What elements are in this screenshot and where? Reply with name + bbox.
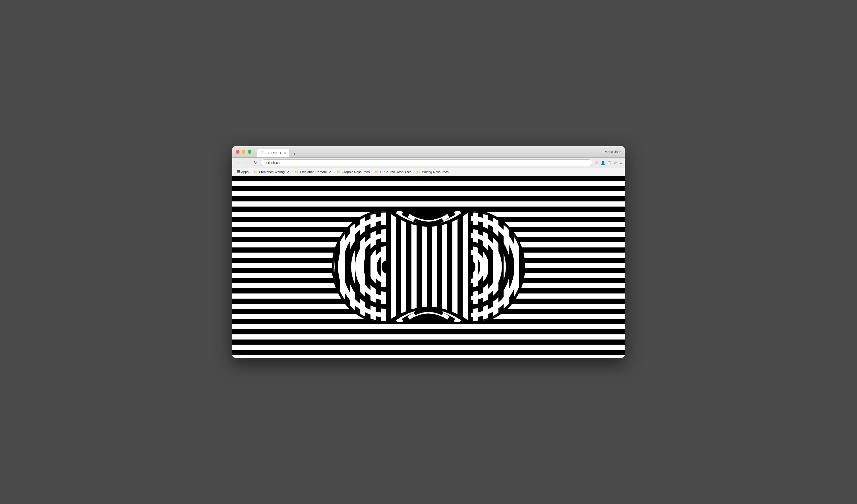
bookmark-label-4: UI Course Resources bbox=[380, 170, 411, 174]
folder-icon-1: 📁 bbox=[254, 170, 258, 174]
folder-icon-3: 📁 bbox=[336, 170, 341, 174]
bookmark-ui-course[interactable]: 📁 UI Course Resources bbox=[372, 169, 414, 175]
browser-window: 📄 BORHEH ✕ + Maria Jose ‹ › ↻ borheh.com… bbox=[232, 146, 625, 358]
reload-button[interactable]: ↻ bbox=[252, 160, 258, 166]
profile-label: Maria Jose bbox=[605, 150, 621, 154]
main-content bbox=[232, 176, 625, 358]
avatar-icon[interactable]: 👤 bbox=[601, 160, 605, 165]
back-button[interactable]: ‹ bbox=[235, 160, 241, 166]
new-tab-button[interactable]: + bbox=[291, 151, 298, 157]
title-bar: 📄 BORHEH ✕ + Maria Jose bbox=[232, 146, 625, 158]
bookmark-freelance-remote[interactable]: 📁 Freelance Remote Jo bbox=[292, 169, 334, 175]
apps-grid-icon bbox=[237, 170, 240, 173]
shield-icon[interactable]: 🛡 bbox=[608, 160, 611, 165]
url-text: borheh.com bbox=[265, 161, 282, 165]
folder-icon-5: 📁 bbox=[417, 170, 421, 174]
traffic-lights bbox=[236, 150, 251, 154]
apps-label: Apps bbox=[241, 170, 249, 174]
active-tab[interactable]: 📄 BORHEH ✕ bbox=[257, 149, 290, 157]
url-bar[interactable]: borheh.com bbox=[261, 159, 592, 166]
address-bar: ‹ › ↻ borheh.com ☆ 👤 🛡 ⟳ ≡ bbox=[232, 158, 625, 168]
bookmark-writing-resources[interactable]: 📁 Writing Resources bbox=[414, 169, 451, 175]
menu-icon[interactable]: ≡ bbox=[620, 160, 622, 165]
tab-close-icon[interactable]: ✕ bbox=[284, 152, 286, 155]
bookmark-label-3: Graphic Resources bbox=[342, 170, 370, 174]
tab-bar: 📄 BORHEH ✕ + bbox=[257, 146, 298, 157]
back-icon: ‹ bbox=[238, 160, 239, 165]
folder-icon-4: 📁 bbox=[375, 170, 379, 174]
reload-icon: ↻ bbox=[254, 160, 257, 165]
forward-icon: › bbox=[246, 160, 248, 165]
bookmark-label-5: Writing Resources bbox=[422, 170, 449, 174]
address-bar-icons: ☆ 👤 🛡 ⟳ ≡ bbox=[594, 160, 622, 165]
tab-label: BORHEH bbox=[266, 151, 281, 155]
bookmark-star-icon[interactable]: ☆ bbox=[594, 160, 598, 165]
folder-icon-2: 📁 bbox=[295, 170, 299, 174]
op-art-image bbox=[232, 176, 625, 358]
bookmark-freelance-writing[interactable]: 📁 Freelance Writing Sc bbox=[251, 169, 292, 175]
minimize-button[interactable] bbox=[242, 150, 246, 154]
tab-file-icon: 📄 bbox=[261, 152, 265, 155]
bookmark-label-2: Freelance Remote Jo bbox=[300, 170, 331, 174]
bookmark-label-1: Freelance Writing Sc bbox=[259, 170, 289, 174]
cast-icon[interactable]: ⟳ bbox=[614, 160, 617, 165]
close-button[interactable] bbox=[236, 150, 239, 154]
forward-button[interactable]: › bbox=[244, 160, 250, 166]
bookmarks-bar: Apps 📁 Freelance Writing Sc 📁 Freelance … bbox=[232, 168, 625, 176]
maximize-button[interactable] bbox=[248, 150, 251, 154]
apps-item[interactable]: Apps bbox=[235, 169, 251, 174]
bookmark-graphic-resources[interactable]: 📁 Graphic Resources bbox=[334, 169, 372, 175]
